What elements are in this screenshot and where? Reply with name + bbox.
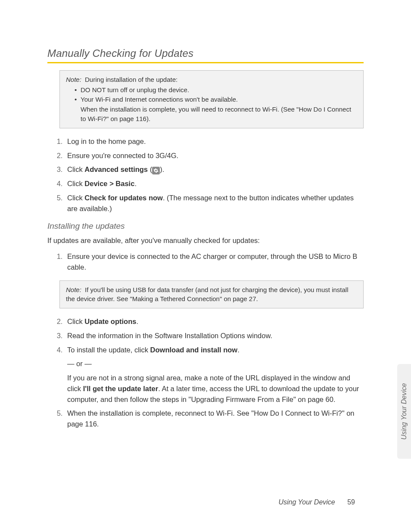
step-alt: If you are not in a strong signal area, … xyxy=(67,373,364,404)
note-text: If you'll be using USB for data transfer… xyxy=(66,286,349,303)
note-bullet-list: DO NOT turn off or unplug the device. Yo… xyxy=(81,85,357,104)
step-item: Click Advanced settings (). xyxy=(65,164,364,175)
step-text: . xyxy=(237,346,240,354)
footer-page-number: 59 xyxy=(347,498,355,506)
step-text: ( xyxy=(148,165,152,173)
subheading-installing: Installing the updates xyxy=(47,221,364,231)
step-text: ). xyxy=(160,165,164,173)
step-item: Log in to the home page. xyxy=(65,136,364,147)
steps-check-updates: Log in to the home page. Ensure you're c… xyxy=(47,136,364,214)
step-text: Click xyxy=(67,317,84,325)
step-item: Ensure your device is connected to the A… xyxy=(65,251,364,273)
note-box-usb: Note: If you'll be using USB for data tr… xyxy=(59,280,364,309)
ui-label-download-install: Download and install now xyxy=(150,346,238,354)
step-item: Click Update options. xyxy=(65,316,364,327)
steps-install-1: Ensure your device is connected to the A… xyxy=(47,251,364,273)
note-bullet: DO NOT turn off or unplug the device. xyxy=(81,85,357,95)
step-item: Click Device > Basic. xyxy=(65,178,364,189)
step-text: Click xyxy=(67,194,84,202)
step-item: Ensure you're connected to 3G/4G. xyxy=(65,150,364,161)
section-rule xyxy=(47,62,364,63)
step-item: Read the information in the Software Ins… xyxy=(65,330,364,341)
ui-label-update-options: Update options xyxy=(84,317,136,325)
side-tab-label: Using Your Device xyxy=(400,383,408,439)
steps-install-2: Click Update options. Read the informati… xyxy=(47,316,364,429)
side-tab: Using Your Device xyxy=(397,364,411,459)
note-label: Note: xyxy=(66,76,81,83)
step-item: To install the update, click Download an… xyxy=(65,345,364,405)
ui-label-advanced-settings: Advanced settings xyxy=(84,165,148,173)
ui-label-device-basic: Device > Basic xyxy=(84,180,134,187)
intro-text: If updates are available, after you've m… xyxy=(47,235,364,246)
gear-icon xyxy=(152,167,160,174)
step-text: To install the update, click xyxy=(67,346,150,354)
note-after: When the installation is complete, you w… xyxy=(81,105,357,124)
ui-label-get-later: I'll get the update later xyxy=(83,385,158,392)
note-bullet: Your Wi-Fi and Internet connections won'… xyxy=(81,95,357,104)
page-footer: Using Your Device 59 xyxy=(278,498,355,506)
page: Manually Checking for Updates Note: Duri… xyxy=(0,0,411,532)
note-intro: During installation of the update: xyxy=(85,76,177,83)
note-box-install-warning: Note: During installation of the update:… xyxy=(59,70,364,128)
footer-section-label: Using Your Device xyxy=(278,498,335,506)
step-or: — or — xyxy=(67,358,364,369)
step-text: . xyxy=(136,317,138,325)
step-item: Click Check for updates now. (The messag… xyxy=(65,193,364,214)
section-title: Manually Checking for Updates xyxy=(47,47,364,62)
note-label: Note: xyxy=(66,286,81,293)
step-text: . xyxy=(134,180,137,187)
step-text: Click xyxy=(67,165,84,173)
ui-label-check-updates: Check for updates now xyxy=(84,194,163,202)
step-item: When the installation is complete, recon… xyxy=(65,408,364,429)
step-text: Click xyxy=(67,180,84,187)
